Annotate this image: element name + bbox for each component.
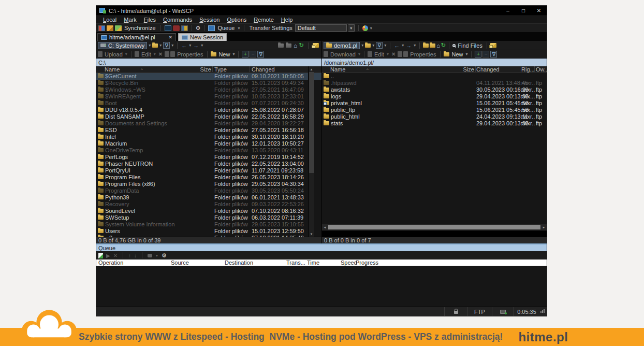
column-transferred[interactable]: Trans...	[286, 260, 305, 266]
open-directory-icon[interactable]	[152, 44, 158, 48]
select-remove-icon[interactable]: −	[250, 51, 256, 57]
column-owner[interactable]: Ow...	[536, 66, 549, 73]
open-directory-icon[interactable]	[365, 44, 371, 48]
menu-options[interactable]: Options	[223, 17, 250, 23]
transfer-mode-globe-icon[interactable]	[362, 25, 368, 31]
local-path-bar[interactable]: C:\	[96, 59, 321, 66]
chevron-down-icon[interactable]: ▾	[361, 43, 364, 48]
queue-resume-icon[interactable]: ▶	[106, 253, 110, 258]
file-row-public-html[interactable]: public_html24.04.2023 09:13:11rwxr...ftp	[322, 113, 547, 120]
chevron-down-icon[interactable]: ▾	[155, 253, 158, 258]
properties-button[interactable]: Properties	[176, 51, 204, 57]
file-row--getcurrent[interactable]: $GetCurrentFolder plików09.10.2021 10:50…	[96, 73, 321, 80]
scrollbar-thumb[interactable]	[328, 225, 540, 229]
chevron-down-icon[interactable]: ▾	[372, 43, 375, 48]
file-row-onedrivetemp[interactable]: OneDriveTempFolder plików13.05.2020 06:4…	[96, 147, 321, 154]
column-source[interactable]: Source	[171, 260, 189, 266]
file-row-awstats[interactable]: awstats30.05.2023 00:16:29rwxr...ftp	[322, 86, 547, 93]
close-button[interactable]: ✕	[531, 6, 547, 16]
right-horizontal-scrollbar[interactable]: ◄ ►	[322, 224, 547, 230]
scroll-up-icon[interactable]: ▲	[309, 66, 314, 72]
select-add-icon[interactable]: +	[475, 51, 481, 57]
column-speed[interactable]: Speed	[341, 260, 357, 266]
new-button[interactable]: New	[450, 51, 464, 57]
queue-move-down-icon[interactable]: ↓	[134, 253, 137, 258]
menu-mark[interactable]: Mark	[120, 17, 140, 23]
queue-idle-icon[interactable]	[148, 254, 152, 257]
back-icon[interactable]: ←	[393, 42, 400, 49]
file-row-swsetup[interactable]: SWSetupFolder plików06.03.2022 07:11:39	[96, 214, 321, 221]
chevron-down-icon[interactable]: ▾	[465, 52, 468, 56]
edit-button[interactable]: Edit	[373, 51, 385, 57]
chevron-down-icon[interactable]: ▾	[171, 43, 174, 48]
column-size[interactable]: Size	[183, 66, 211, 73]
column-destination[interactable]: Destination	[225, 260, 253, 266]
file-row--[interactable]: ..	[322, 73, 547, 80]
brand-logo[interactable]: hitme.pl	[518, 330, 568, 344]
file-row-intel[interactable]: IntelFolder plików30.10.2020 18:10:20	[96, 134, 321, 140]
chevron-down-icon[interactable]: ▾	[232, 52, 235, 56]
upload-button[interactable]: Upload	[104, 51, 124, 57]
remote-path-bar[interactable]: /domains/demo1.pl/	[322, 59, 547, 66]
chevron-down-icon[interactable]: ▾	[358, 52, 361, 56]
new-folder-icon[interactable]	[444, 52, 449, 56]
file-row--windows-ws[interactable]: $Windows.~WSFolder plików27.05.2021 16:4…	[96, 86, 321, 93]
encryption-cell[interactable]	[444, 307, 467, 316]
chevron-down-icon[interactable]: ▾	[413, 43, 416, 48]
file-row-private-html[interactable]: private_html15.06.2021 05:45:58rwxr...ft…	[322, 100, 547, 107]
file-row-logs[interactable]: logs29.04.2023 00:13:35rwx...ftp	[322, 93, 547, 100]
file-row-phaser-neutron[interactable]: Phaser NEUTRONFolder plików22.05.2022 13…	[96, 161, 321, 167]
add-bookmark-icon[interactable]	[313, 43, 319, 48]
server-cell[interactable]	[492, 307, 514, 316]
session-tab-active[interactable]: hitme/adam@el.pl ✕	[97, 33, 176, 41]
link-session-icon[interactable]	[173, 25, 180, 31]
file-row-soundlevel[interactable]: SoundLevelFolder plików07.10.2022 08:16:…	[96, 208, 321, 214]
file-row-boot[interactable]: BootFolder plików07.07.2021 06:24:30	[96, 100, 321, 107]
file-row-dist-sansamp[interactable]: Dist SANSAMPFolder plików22.05.2022 16:5…	[96, 113, 321, 120]
file-row-stats[interactable]: stats29.04.2023 00:13:35rwxr...ftp	[322, 120, 547, 127]
root-directory-icon[interactable]	[286, 44, 291, 48]
chevron-down-icon[interactable]: ▾	[125, 52, 128, 56]
close-tab-icon[interactable]: ✕	[168, 35, 172, 40]
queue-delete-icon[interactable]: ✕	[113, 253, 118, 258]
chevron-down-icon[interactable]: ▾	[159, 43, 162, 48]
parent-directory-icon[interactable]	[278, 44, 284, 48]
menu-session[interactable]: Session	[196, 17, 223, 23]
file-row-perflogs[interactable]: PerfLogsFolder plików07.12.2019 10:14:52	[96, 154, 321, 161]
home-icon[interactable]: ⌂	[294, 42, 297, 49]
menu-files[interactable]: Files	[140, 17, 159, 23]
edit-icon[interactable]	[135, 51, 139, 57]
download-button[interactable]: Download	[329, 51, 357, 57]
file-row--recycle-bin[interactable]: $Recycle.BinFolder plików15.01.2023 09:4…	[96, 80, 321, 86]
new-button[interactable]: New	[217, 51, 231, 57]
remote-directory-selector[interactable]: demo1.pl	[324, 42, 360, 49]
column-progress[interactable]: Progress	[356, 260, 378, 266]
refresh-icon[interactable]: ↻	[441, 42, 446, 49]
scroll-left-icon[interactable]: ◄	[322, 226, 328, 229]
column-time[interactable]: Time	[307, 260, 319, 266]
edit-icon[interactable]	[368, 51, 372, 57]
left-vertical-scrollbar[interactable]: ▲ ▼	[308, 66, 314, 237]
dock-icon[interactable]	[98, 25, 105, 31]
transfer-settings-select[interactable]: Default	[295, 24, 347, 32]
find-files-icon[interactable]	[452, 44, 456, 47]
rename-icon[interactable]	[165, 51, 169, 57]
file-row-ddu-v18-0-5-4[interactable]: DDU v18.0.5.4Folder plików25.08.2022 07:…	[96, 107, 321, 113]
scroll-right-icon[interactable]: ►	[541, 226, 547, 229]
chevron-down-icon[interactable]: ▾	[153, 52, 156, 56]
edit-button[interactable]: Edit	[140, 51, 152, 57]
drive-selector[interactable]: C: Systemowy	[98, 42, 147, 49]
delete-icon[interactable]: ✕	[157, 51, 164, 57]
queue-show-icon[interactable]	[98, 253, 103, 258]
forward-icon[interactable]: →	[405, 42, 412, 49]
filter-icon[interactable]: ∇	[376, 42, 383, 49]
duplicate-icon[interactable]	[170, 51, 175, 57]
preferences-gear-icon[interactable]: ⚙	[196, 25, 201, 31]
file-row-portqryui[interactable]: PortQryUIFolder plików11.07.2021 09:23:5…	[96, 167, 321, 174]
chevron-down-icon[interactable]: ▾	[386, 52, 389, 56]
column-type[interactable]: Type	[214, 66, 227, 73]
file-row-program-files-x86-[interactable]: Program Files (x86)Folder plików29.05.20…	[96, 181, 321, 188]
queue-move-up-icon[interactable]: ↑	[128, 253, 131, 258]
menu-commands[interactable]: Commands	[159, 17, 196, 23]
select-remove-icon[interactable]: −	[482, 51, 489, 57]
